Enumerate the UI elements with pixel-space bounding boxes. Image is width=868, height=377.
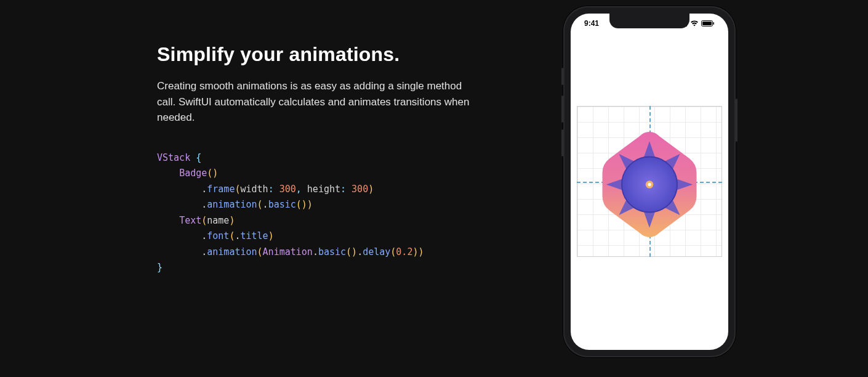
code-token: 300: [352, 184, 368, 195]
code-token: animation: [207, 246, 257, 257]
phone-screen: 9:41: [571, 14, 728, 350]
code-token: [190, 152, 196, 163]
phone-volume-up: [561, 95, 563, 123]
code-token: ): [268, 230, 274, 241]
svg-marker-13: [606, 176, 629, 192]
code-token: [274, 184, 279, 195]
code-block: VStack { Badge() .frame(width: 300, heig…: [157, 150, 502, 276]
code-token: Animation: [263, 246, 313, 257]
svg-marker-10: [659, 193, 685, 220]
svg-marker-12: [613, 193, 640, 220]
code-token: (: [201, 215, 207, 226]
code-token: height: [302, 184, 340, 195]
code-token: VStack: [157, 152, 190, 163]
code-token: name: [207, 215, 229, 226]
code-token: }: [157, 262, 163, 273]
phone-frame: 9:41: [563, 6, 736, 357]
code-token: {: [196, 152, 201, 163]
code-token: [346, 184, 352, 195]
code-token: ): [229, 215, 235, 226]
phone-volume-down: [561, 129, 563, 156]
code-token: font: [207, 230, 229, 241]
code-token: (): [346, 246, 357, 257]
code-token: 300: [279, 184, 296, 195]
phone-notch: [609, 14, 689, 28]
status-time: 9:41: [584, 19, 599, 28]
phone-power-button: [736, 99, 737, 142]
code-token: .: [201, 230, 207, 241]
code-token: [157, 199, 201, 210]
code-token: (: [390, 246, 396, 257]
code-token: (: [257, 246, 263, 257]
code-token: [157, 184, 201, 195]
wifi-icon: [690, 20, 699, 26]
code-token: .: [357, 246, 363, 257]
code-token: animation: [207, 199, 257, 210]
svg-marker-14: [613, 148, 640, 174]
section-description: Creating smooth animations is as easy as…: [157, 78, 477, 126]
code-token: ): [418, 246, 424, 257]
content-column: Simplify your animations. Creating smoot…: [157, 6, 502, 276]
code-token: [157, 215, 179, 226]
code-token: .: [201, 184, 207, 195]
svg-rect-6: [713, 22, 715, 25]
code-token: ,: [296, 184, 302, 195]
code-token: (): [296, 199, 307, 210]
code-token: (: [257, 199, 263, 210]
svg-marker-9: [670, 176, 693, 192]
section-title: Simplify your animations.: [157, 43, 502, 66]
code-token: ): [368, 184, 374, 195]
code-token: [157, 246, 201, 257]
code-token: .: [263, 199, 268, 210]
code-token: delay: [363, 246, 390, 257]
code-token: Badge: [179, 168, 207, 179]
code-token: 0.2: [396, 246, 412, 257]
battery-icon: [701, 20, 715, 26]
guide-vertical: [649, 106, 651, 257]
phone-mute-switch: [561, 68, 563, 85]
svg-rect-5: [702, 22, 712, 25]
code-token: [157, 230, 201, 241]
preview-canvas: [577, 106, 722, 257]
phone-preview-column: 9:41: [557, 6, 742, 357]
code-token: frame: [207, 184, 235, 195]
code-token: basic: [268, 199, 296, 210]
code-token: .: [313, 246, 318, 257]
code-token: title: [240, 230, 268, 241]
svg-marker-8: [659, 148, 685, 174]
code-token: Text: [179, 215, 201, 226]
code-token: .: [201, 246, 207, 257]
code-token: :: [340, 184, 346, 195]
code-token: ): [307, 199, 313, 210]
code-token: (): [207, 168, 218, 179]
code-token: width: [240, 184, 268, 195]
code-token: .: [201, 199, 207, 210]
code-token: basic: [318, 246, 346, 257]
code-token: :: [268, 184, 274, 195]
code-token: [157, 168, 179, 179]
